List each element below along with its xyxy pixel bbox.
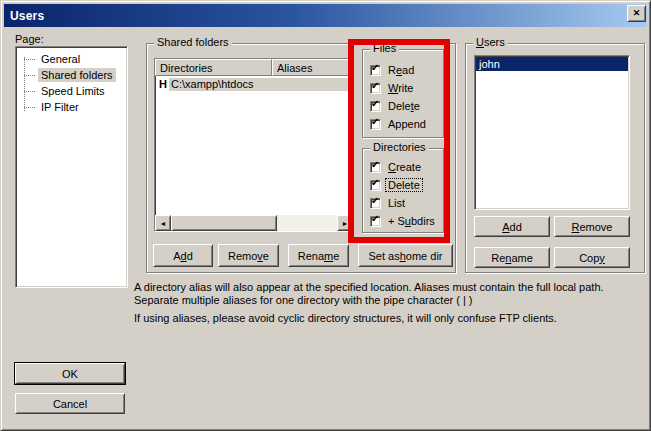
page-item-ip-filter[interactable]: IP Filter xyxy=(16,99,127,115)
scrollbar-thumb[interactable] xyxy=(171,215,277,231)
title-bar: Users xyxy=(4,4,647,27)
scroll-left-icon: ◄ xyxy=(160,220,167,227)
scrollbar-track[interactable] xyxy=(277,215,337,231)
page-item-general[interactable]: General xyxy=(16,51,127,67)
page-item-label: General xyxy=(38,52,83,66)
home-directory-marker: H xyxy=(159,78,169,90)
page-item-label: Speed Limits xyxy=(38,84,108,98)
table-row[interactable]: H C:\xampp\htdocs xyxy=(155,77,353,91)
user-rename-button[interactable]: Rename xyxy=(474,247,550,268)
horizontal-scrollbar[interactable]: ◄ ► xyxy=(155,215,353,231)
column-header-directories[interactable]: Directories xyxy=(155,59,272,76)
page-item-shared-folders[interactable]: Shared folders xyxy=(16,67,127,83)
shared-folders-table[interactable]: Directories Aliases H C:\xampp\htdocs ◄ … xyxy=(154,58,354,232)
page-item-label: Shared folders xyxy=(38,68,116,82)
close-icon: ✕ xyxy=(633,9,641,18)
users-listbox[interactable]: john xyxy=(474,55,630,210)
cyclic-note: If using aliases, please avoid cyclic di… xyxy=(134,312,648,325)
shared-folders-group-label: Shared folders xyxy=(154,36,232,48)
alias-note: A directory alias will also appear at th… xyxy=(134,281,648,307)
directory-cell: C:\xampp\htdocs xyxy=(169,78,353,91)
user-add-button[interactable]: Add xyxy=(474,216,550,237)
column-header-aliases[interactable]: Aliases xyxy=(272,59,353,76)
scroll-left-button[interactable]: ◄ xyxy=(155,215,171,231)
page-item-label: IP Filter xyxy=(38,100,82,114)
users-group-label: Users xyxy=(473,36,508,48)
users-group: Users john Add Remove Rename Copy xyxy=(465,43,645,273)
close-button[interactable]: ✕ xyxy=(627,5,646,22)
user-list-item[interactable]: john xyxy=(476,57,628,71)
ok-button[interactable]: OK xyxy=(15,363,125,384)
tree-connector xyxy=(24,107,35,108)
cancel-button[interactable]: Cancel xyxy=(15,393,125,414)
page-tree[interactable]: General Shared folders Speed Limits IP F… xyxy=(15,46,128,288)
folder-remove-button[interactable]: Remove xyxy=(218,244,279,267)
users-dialog: Users ✕ Page: General Shared folders Spe… xyxy=(0,0,651,431)
window-title: Users xyxy=(10,9,44,23)
info-notes: A directory alias will also appear at th… xyxy=(134,281,648,325)
page-list-label: Page: xyxy=(15,33,44,45)
table-header: Directories Aliases xyxy=(155,59,353,76)
user-name: john xyxy=(479,58,500,70)
user-remove-button[interactable]: Remove xyxy=(554,216,630,237)
folder-add-button[interactable]: Add xyxy=(153,244,213,267)
tree-connector xyxy=(24,59,35,60)
folder-rename-button[interactable]: Rename xyxy=(288,244,349,267)
tree-connector xyxy=(24,75,35,76)
tree-connector xyxy=(24,91,35,92)
user-copy-button[interactable]: Copy xyxy=(554,247,630,268)
page-item-speed-limits[interactable]: Speed Limits xyxy=(16,83,127,99)
highlight-rectangle xyxy=(348,39,450,243)
set-as-home-dir-button[interactable]: Set as home dir xyxy=(358,244,453,267)
